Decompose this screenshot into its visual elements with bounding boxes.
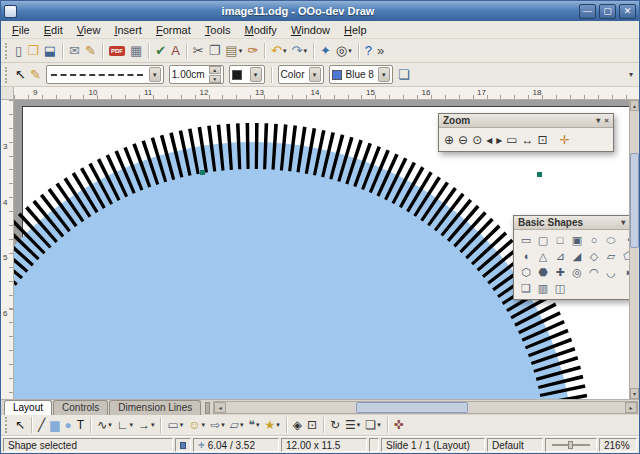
zoom-slider-track[interactable]: [552, 444, 590, 446]
shape-ring[interactable]: ◎: [569, 265, 585, 280]
help-button[interactable]: ?: [363, 41, 374, 61]
scroll-left-icon[interactable]: ◂: [214, 402, 226, 413]
palette-menu-icon[interactable]: ▾: [621, 218, 625, 227]
lines-and-arrows-dropdown-icon[interactable]: ▾: [151, 421, 155, 429]
tab-dimension-lines[interactable]: Dimension Lines: [109, 400, 201, 415]
auto-spellcheck-button[interactable]: A: [169, 41, 182, 61]
scroll-down-icon[interactable]: ▾: [630, 388, 639, 399]
undo-dropdown-icon[interactable]: ▾: [283, 47, 287, 55]
vertical-ruler[interactable]: 3456: [1, 100, 14, 399]
document-as-email-button[interactable]: ✉: [67, 41, 82, 61]
menu-modify[interactable]: Modify: [237, 23, 283, 37]
toolbar-grip[interactable]: [5, 417, 8, 433]
edit-points-button[interactable]: ◈: [291, 415, 304, 435]
edit-file-button[interactable]: ✎: [83, 41, 98, 61]
print-button[interactable]: ▦: [128, 41, 144, 61]
menu-window[interactable]: Window: [284, 23, 337, 37]
spellcheck-button[interactable]: ✔: [153, 41, 168, 61]
line-style-select[interactable]: ▾: [46, 65, 164, 84]
curve-dropdown-icon[interactable]: ▾: [108, 421, 112, 429]
menu-file[interactable]: File: [5, 23, 37, 37]
selection-handle[interactable]: [537, 172, 542, 177]
zoom-dropdown-icon[interactable]: ▾: [348, 47, 352, 55]
zoom-button[interactable]: ◎▾: [334, 41, 354, 61]
shape-cross[interactable]: ✚: [552, 265, 568, 280]
rotate-button[interactable]: ↻: [328, 415, 342, 435]
shape-rounded-rectangle[interactable]: ▢: [535, 233, 551, 248]
menu-view[interactable]: View: [70, 23, 108, 37]
curve-button[interactable]: ∿▾: [95, 415, 114, 435]
redo-dropdown-icon[interactable]: ▾: [303, 47, 307, 55]
select-arrow-button[interactable]: ↖: [13, 65, 28, 85]
text-button[interactable]: T: [75, 415, 86, 435]
alignment-dropdown-icon[interactable]: ▾: [357, 421, 361, 429]
toolbar-options-button[interactable]: »: [375, 41, 386, 61]
lines-and-arrows-button[interactable]: →▾: [136, 415, 157, 435]
zoom-out-button[interactable]: ⊖: [457, 131, 469, 148]
copy-button[interactable]: ❐: [207, 41, 223, 61]
shape-circle-pie[interactable]: ◔: [620, 233, 629, 248]
zoom-page-width-button[interactable]: ↔: [521, 131, 535, 148]
block-arrows-button[interactable]: ⇨▾: [208, 415, 227, 435]
paste-button[interactable]: ▤▾: [223, 41, 244, 61]
zoom-in-button[interactable]: ⊕: [443, 131, 455, 148]
ellipse-button[interactable]: ●: [63, 415, 74, 435]
stars-dropdown-icon[interactable]: ▾: [276, 421, 280, 429]
toolbar-grip[interactable]: [5, 67, 8, 83]
palette-close-icon[interactable]: ×: [604, 116, 609, 125]
horizontal-ruler[interactable]: 9101112131415161718: [14, 87, 639, 99]
zoom-level[interactable]: 216%: [599, 438, 637, 452]
chevron-down-icon[interactable]: ▾: [250, 67, 262, 82]
titlebar[interactable]: image11.odg - OOo-dev Draw — ▢ ✕: [1, 1, 639, 21]
drawing-canvas[interactable]: Zoom ▾ × ⊕⊖⊙◂▸▭↔⊡✛ Basic Shapes ▾ × ▭▢□▣…: [14, 100, 629, 399]
toolbar-grip[interactable]: [5, 43, 8, 59]
zoom-previous-button[interactable]: ◂: [485, 131, 493, 148]
tab-controls[interactable]: Controls: [53, 400, 108, 415]
chevron-down-icon[interactable]: ▾: [378, 67, 390, 82]
tab-scroll-splitter[interactable]: [205, 402, 210, 414]
toolbar-options-icon[interactable]: ▾: [626, 70, 636, 79]
menu-edit[interactable]: Edit: [37, 23, 70, 37]
line-color-select[interactable]: ▾: [229, 65, 265, 84]
basic-shapes-palette-titlebar[interactable]: Basic Shapes ▾ ×: [514, 216, 629, 230]
cut-button[interactable]: ✂: [191, 41, 206, 61]
shift-button[interactable]: ✛: [559, 131, 571, 148]
minimize-button[interactable]: —: [579, 4, 596, 19]
line-width-input[interactable]: 1.00cm ▲ ▼: [169, 65, 224, 84]
shape-half-circle[interactable]: ◗: [620, 265, 629, 280]
shape-trapezoid[interactable]: ◢: [569, 249, 585, 264]
scroll-up-icon[interactable]: ▴: [630, 100, 639, 111]
shape-block-arc[interactable]: ◠: [586, 265, 602, 280]
maximize-button[interactable]: ▢: [599, 4, 616, 19]
selection-handle[interactable]: [200, 170, 205, 175]
close-button[interactable]: ✕: [619, 4, 636, 19]
shape-triangle[interactable]: △: [535, 249, 551, 264]
chevron-down-icon[interactable]: ▾: [149, 67, 161, 82]
vertical-scroll-thumb[interactable]: [630, 153, 639, 248]
new-document-button[interactable]: ▯: [13, 41, 24, 61]
shape-rectangle[interactable]: ▭: [518, 233, 534, 248]
horizontal-scroll-thumb[interactable]: [356, 402, 468, 413]
arrange-button[interactable]: ❏▾: [363, 415, 382, 435]
menu-insert[interactable]: Insert: [107, 23, 149, 37]
rectangle-button[interactable]: ▆: [48, 415, 61, 435]
shape-right-triangle[interactable]: ⊿: [552, 249, 568, 264]
arrange-dropdown-icon[interactable]: ▾: [377, 421, 381, 429]
open-folder-button[interactable]: ❒: [25, 41, 41, 61]
shape-pentagon[interactable]: ⬠: [620, 249, 629, 264]
shape-cylinder[interactable]: ▥: [535, 281, 551, 296]
connector-dropdown-icon[interactable]: ▾: [129, 421, 133, 429]
alignment-button[interactable]: ☰▾: [343, 415, 362, 435]
zoom-slider-thumb[interactable]: [568, 441, 573, 449]
menu-tools[interactable]: Tools: [198, 23, 238, 37]
shape-arc[interactable]: ◡: [603, 265, 619, 280]
shape-square[interactable]: □: [552, 233, 568, 248]
redo-button[interactable]: ↷▾: [290, 41, 309, 61]
save-button[interactable]: ⬓: [42, 41, 58, 61]
select-button[interactable]: ↖: [13, 415, 27, 435]
shape-circle[interactable]: ○: [586, 233, 602, 248]
callouts-button[interactable]: ❝▾: [246, 415, 261, 435]
palette-menu-icon[interactable]: ▾: [596, 116, 600, 125]
zoom-optimal-button[interactable]: ⊡: [537, 131, 549, 148]
shape-rounded-square[interactable]: ▣: [569, 233, 585, 248]
